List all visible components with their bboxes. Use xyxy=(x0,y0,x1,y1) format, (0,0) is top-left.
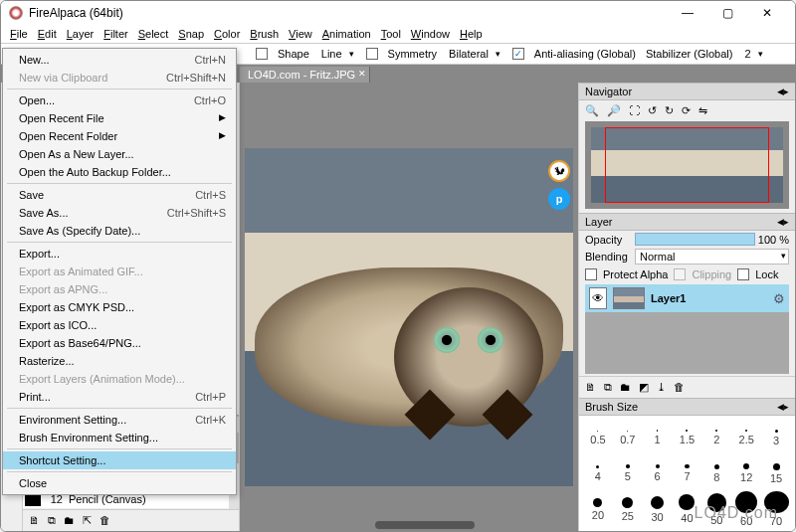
pixiv-badge-icon[interactable]: p xyxy=(548,188,570,210)
symmetry-dropdown[interactable]: Bilateral xyxy=(447,48,502,60)
file-menu-item[interactable]: Brush Environment Setting... xyxy=(3,429,236,446)
brush-size-cell[interactable]: 8 xyxy=(701,455,731,491)
opacity-slider[interactable] xyxy=(635,233,755,246)
stabilizer-dropdown[interactable]: 2 xyxy=(742,48,764,60)
file-menu-item[interactable]: New...Ctrl+N xyxy=(3,51,236,69)
file-menu-item[interactable]: Export as ICO... xyxy=(3,316,236,334)
menu-snap[interactable]: Snap xyxy=(173,26,209,42)
brush-size-cell[interactable]: 12 xyxy=(731,455,761,491)
menu-brush[interactable]: Brush xyxy=(245,26,284,42)
file-menu-item[interactable]: SaveCtrl+S xyxy=(3,186,236,204)
panel-chevron-icon[interactable]: ◀▸ xyxy=(777,402,789,412)
layer-merge-icon[interactable]: ⤓ xyxy=(657,381,666,394)
maximize-button[interactable]: ▢ xyxy=(707,1,747,25)
menu-help[interactable]: Help xyxy=(455,26,488,42)
file-menu-item[interactable]: Open...Ctrl+O xyxy=(3,91,236,109)
menu-filter[interactable]: Filter xyxy=(99,26,132,42)
blending-dropdown[interactable]: Normal xyxy=(635,249,789,265)
brush-folder-icon[interactable]: 🖿 xyxy=(64,514,75,527)
fit-icon[interactable]: ⛶ xyxy=(629,104,640,117)
menu-color[interactable]: Color xyxy=(209,26,245,42)
brush-size-cell[interactable]: 4 xyxy=(583,455,613,491)
clipping-checkbox[interactable] xyxy=(674,268,686,280)
brush-duplicate-icon[interactable]: ⧉ xyxy=(48,514,56,527)
file-menu-item: New via ClipboardCtrl+Shift+N xyxy=(3,69,236,87)
file-menu-item[interactable]: Print...Ctrl+P xyxy=(3,388,236,406)
menu-view[interactable]: View xyxy=(284,26,317,42)
panel-chevron-icon[interactable]: ◀▸ xyxy=(777,87,789,96)
brush-size-cell[interactable]: 0.7 xyxy=(613,420,643,455)
panel-chevron-icon[interactable]: ◀▸ xyxy=(777,217,789,227)
layer-visibility-icon[interactable]: 👁 xyxy=(589,287,607,309)
menu-edit[interactable]: Edit xyxy=(33,26,62,42)
shape-dropdown[interactable]: Line xyxy=(319,48,356,60)
document-tab[interactable]: LO4D.com - Fritz.JPG ✕ xyxy=(240,67,370,83)
brush-size-cell[interactable]: 25 xyxy=(613,491,643,527)
file-menu-item[interactable]: Open Recent Folder▶ xyxy=(3,127,236,145)
tab-close-icon[interactable]: ✕ xyxy=(358,69,366,79)
lock-checkbox[interactable] xyxy=(737,268,749,280)
flip-icon[interactable]: ⇋ xyxy=(698,104,707,117)
file-menu-item[interactable]: Open As a New Layer... xyxy=(3,145,236,163)
brush-new-icon[interactable]: 🗎 xyxy=(29,514,40,527)
rotate-ccw-icon[interactable]: ↺ xyxy=(648,104,657,117)
menu-select[interactable]: Select xyxy=(133,26,174,42)
brush-import-icon[interactable]: ⇱ xyxy=(83,514,92,527)
file-menu-item[interactable]: Save As (Specify Date)... xyxy=(3,222,236,240)
layer-folder-icon[interactable]: 🖿 xyxy=(620,381,631,394)
brush-size-cell[interactable]: 0.5 xyxy=(583,420,613,455)
mascot-badge-icon[interactable]: 🐿 xyxy=(548,160,570,182)
layer-mask-icon[interactable]: ◩ xyxy=(639,381,649,394)
menu-window[interactable]: Window xyxy=(406,26,455,42)
brush-size-cell[interactable]: 60 xyxy=(731,491,761,527)
menu-animation[interactable]: Animation xyxy=(317,26,376,42)
brush-size-cell[interactable]: 70 xyxy=(761,491,791,527)
file-menu-item[interactable]: Environment Setting...Ctrl+K xyxy=(3,411,236,429)
brush-size-cell[interactable]: 40 xyxy=(673,491,702,527)
antialias-checkbox[interactable] xyxy=(512,48,524,60)
canvas-area[interactable] xyxy=(240,83,578,531)
brush-size-cell[interactable]: 3 xyxy=(761,420,791,455)
navigator-preview[interactable] xyxy=(585,121,789,209)
brush-size-cell[interactable]: 15 xyxy=(761,455,791,491)
zoom-out-icon[interactable]: 🔎 xyxy=(607,104,621,117)
shape-checkbox[interactable] xyxy=(256,48,268,60)
brush-delete-icon[interactable]: 🗑 xyxy=(100,514,110,527)
brush-size-cell[interactable]: 1.5 xyxy=(673,420,702,455)
file-menu-item[interactable]: Export... xyxy=(3,245,236,263)
brush-size-cell[interactable]: 7 xyxy=(673,455,702,491)
file-menu-item[interactable]: Rasterize... xyxy=(3,352,236,370)
navigator-title: Navigator xyxy=(585,86,632,97)
symmetry-checkbox[interactable] xyxy=(366,48,378,60)
layer-settings-icon[interactable]: ⚙ xyxy=(773,291,785,306)
brush-size-cell[interactable]: 30 xyxy=(643,491,673,527)
file-menu-item[interactable]: Export as Base64/PNG... xyxy=(3,334,236,352)
brush-size-cell[interactable]: 1 xyxy=(643,420,673,455)
reset-rotation-icon[interactable]: ⟳ xyxy=(682,104,691,117)
zoom-in-icon[interactable]: 🔍 xyxy=(585,104,599,117)
close-button[interactable]: ✕ xyxy=(747,1,787,25)
layer-duplicate-icon[interactable]: ⧉ xyxy=(604,381,612,394)
layer-new-icon[interactable]: 🗎 xyxy=(585,381,596,394)
file-menu-item[interactable]: Open Recent File▶ xyxy=(3,109,236,127)
menu-tool[interactable]: Tool xyxy=(376,26,406,42)
layer-delete-icon[interactable]: 🗑 xyxy=(674,381,685,394)
file-menu-item[interactable]: Open the Auto Backup Folder... xyxy=(3,163,236,181)
rotate-cw-icon[interactable]: ↻ xyxy=(665,104,674,117)
horizontal-scrollbar[interactable] xyxy=(375,521,475,529)
brush-size-cell[interactable]: 2.5 xyxy=(731,420,761,455)
file-menu-item[interactable]: Save As...Ctrl+Shift+S xyxy=(3,204,236,222)
brush-size-cell[interactable]: 2 xyxy=(701,420,731,455)
brush-size-cell[interactable]: 6 xyxy=(643,455,673,491)
file-menu-item[interactable]: Shortcut Setting... xyxy=(3,451,236,469)
minimize-button[interactable]: ― xyxy=(668,1,707,25)
file-menu-item[interactable]: Export as CMYK PSD... xyxy=(3,298,236,316)
brush-size-cell[interactable]: 5 xyxy=(613,455,643,491)
protect-alpha-checkbox[interactable] xyxy=(585,268,597,280)
menu-layer[interactable]: Layer xyxy=(62,26,100,42)
brush-size-cell[interactable]: 50 xyxy=(701,491,731,527)
brush-size-cell[interactable]: 20 xyxy=(583,491,613,527)
layer-item[interactable]: 👁 Layer1 ⚙ xyxy=(585,284,789,312)
menu-file[interactable]: File xyxy=(5,26,33,42)
file-menu-item[interactable]: Close xyxy=(3,474,236,492)
